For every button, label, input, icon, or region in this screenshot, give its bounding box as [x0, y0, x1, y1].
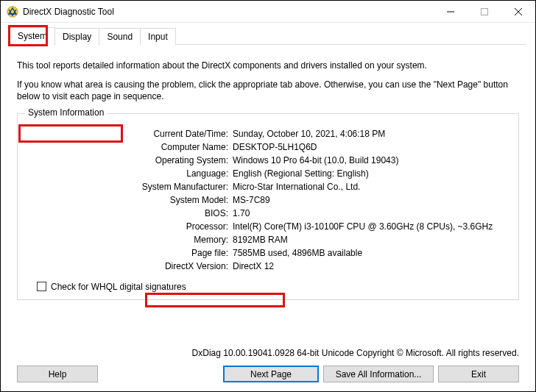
svg-rect-2: [482, 8, 488, 15]
value: DirectX 12: [233, 260, 509, 273]
window-frame: DirectX Diagnostic Tool System Display S…: [0, 0, 536, 392]
content-area: This tool reports detailed information a…: [1, 45, 535, 342]
button-label: Next Page: [250, 369, 292, 379]
row-operating-system: Operating System:Windows 10 Pro 64-bit (…: [27, 154, 509, 167]
label: System Model:: [27, 193, 233, 207]
help-button[interactable]: Help: [17, 366, 98, 382]
checkbox-label: Check for WHQL digital signatures: [51, 282, 186, 292]
row-system-manufacturer: System Manufacturer:Micro-Star Internati…: [27, 180, 509, 193]
info-rows: Current Date/Time:Sunday, October 10, 20…: [27, 127, 509, 273]
checkbox-icon[interactable]: [37, 282, 46, 291]
save-all-info-button[interactable]: Save All Information...: [323, 366, 434, 382]
value: DESKTOP-5LH1Q6D: [233, 140, 509, 154]
tab-bar: System Display Sound Input: [1, 23, 535, 45]
row-page-file: Page file:7585MB used, 4896MB available: [27, 246, 509, 260]
window-title: DirectX Diagnostic Tool: [23, 7, 434, 17]
label: Operating System:: [27, 154, 233, 167]
label: Processor:: [27, 220, 233, 233]
label: BIOS:: [27, 207, 233, 220]
group-legend: System Information: [25, 107, 107, 118]
titlebar: DirectX Diagnostic Tool: [1, 1, 535, 23]
row-memory: Memory:8192MB RAM: [27, 233, 509, 246]
label: Computer Name:: [27, 140, 233, 154]
value: Micro-Star International Co., Ltd.: [233, 180, 509, 193]
whql-checkbox-row[interactable]: Check for WHQL digital signatures: [37, 282, 509, 292]
value: Sunday, October 10, 2021, 4:06:18 PM: [233, 127, 509, 140]
window-controls: [434, 1, 535, 22]
button-label: Help: [49, 369, 67, 379]
tab-label: Input: [148, 32, 168, 42]
minimize-button[interactable]: [434, 1, 468, 22]
row-system-model: System Model:MS-7C89: [27, 193, 509, 207]
row-computer-name: Computer Name:DESKTOP-5LH1Q6D: [27, 140, 509, 154]
value: Intel(R) Core(TM) i3-10100F CPU @ 3.60GH…: [233, 220, 509, 233]
row-current-date-time: Current Date/Time:Sunday, October 10, 20…: [27, 127, 509, 140]
tab-label: System: [18, 31, 47, 41]
label: Language:: [27, 167, 233, 180]
tab-sound[interactable]: Sound: [99, 28, 141, 45]
intro-text: This tool reports detailed information a…: [17, 60, 519, 103]
next-page-button[interactable]: Next Page: [223, 366, 319, 382]
tab-label: Display: [63, 32, 91, 42]
value: 7585MB used, 4896MB available: [233, 246, 509, 260]
value: MS-7C89: [233, 193, 509, 207]
tab-input[interactable]: Input: [140, 28, 176, 45]
tab-system[interactable]: System: [10, 27, 55, 45]
label: DirectX Version:: [27, 260, 233, 273]
value: English (Regional Setting: English): [233, 167, 509, 180]
system-information-group: System Information Current Date/Time:Sun…: [17, 113, 519, 300]
button-bar: Help Next Page Save All Information... E…: [1, 358, 535, 391]
value: Windows 10 Pro 64-bit (10.0, Build 19043…: [233, 154, 509, 167]
row-processor: Processor:Intel(R) Core(TM) i3-10100F CP…: [27, 220, 509, 233]
label: Page file:: [27, 246, 233, 260]
label: Current Date/Time:: [27, 127, 233, 140]
tab-label: Sound: [107, 32, 133, 42]
value: 8192MB RAM: [233, 233, 509, 246]
intro-paragraph-2: If you know what area is causing the pro…: [17, 79, 519, 102]
close-button[interactable]: [501, 1, 535, 22]
intro-paragraph-1: This tool reports detailed information a…: [17, 60, 519, 71]
dxdiag-icon: [7, 6, 18, 18]
row-bios: BIOS:1.70: [27, 207, 509, 220]
tab-display[interactable]: Display: [54, 28, 99, 45]
value: 1.70: [233, 207, 509, 220]
row-language: Language:English (Regional Setting: Engl…: [27, 167, 509, 180]
copyright-line: DxDiag 10.00.19041.0928 64-bit Unicode C…: [1, 342, 535, 358]
button-label: Exit: [471, 369, 486, 379]
label: Memory:: [27, 233, 233, 246]
button-label: Save All Information...: [336, 369, 422, 379]
row-directx-version: DirectX Version:DirectX 12: [27, 260, 509, 273]
exit-button[interactable]: Exit: [438, 366, 519, 382]
maximize-button: [468, 1, 501, 22]
label: System Manufacturer:: [27, 180, 233, 193]
